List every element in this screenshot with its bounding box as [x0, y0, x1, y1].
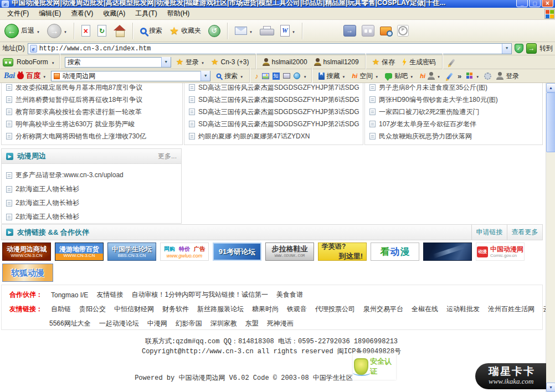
friend-link[interactable]: 全椒在线 [412, 305, 438, 314]
baidu-search-input[interactable]: 动漫周边网 [51, 71, 210, 81]
apply-link-button[interactable]: 申请链接 [471, 225, 507, 240]
friend-link[interactable]: 贵阳公交 [79, 305, 106, 314]
stop-button[interactable] [80, 24, 92, 38]
news-link[interactable]: 107岁老太单身至今欲征百岁老伴 [365, 118, 542, 130]
news-link[interactable]: 教育部要求高校按社会需求进行新一轮改革 [2, 106, 182, 118]
friend-link[interactable]: 代理投票公司 [315, 305, 355, 314]
favorites-button[interactable]: 收藏夹 [168, 23, 203, 38]
scroll-down-button[interactable] [546, 383, 555, 392]
product-link[interactable]: 更多产品请登录:www.cn-3.cn/upload [2, 168, 181, 182]
home-button[interactable] [112, 24, 127, 38]
search-button[interactable]: 搜索 [138, 25, 164, 37]
menu-tools[interactable]: 工具(T) [130, 7, 162, 20]
friend-link[interactable]: 糖果时尚 [252, 305, 279, 314]
view-more-button[interactable]: 查看更多 [507, 225, 542, 240]
banner-mecha-image[interactable] [423, 243, 472, 261]
friend-link[interactable]: 深圳家教 [210, 319, 237, 328]
history-button[interactable] [207, 24, 222, 38]
news-link[interactable]: 男子患病8个月未进食瘦至35公斤(图) [365, 83, 542, 94]
roboform-identity2-button[interactable]: hslmail1209 [312, 57, 361, 67]
music-icon[interactable] [255, 72, 259, 80]
forward-button[interactable] [45, 23, 69, 39]
product-link[interactable]: 2款海盗王人物长袖衫 [2, 182, 181, 196]
dictionary-icon[interactable] [380, 27, 392, 35]
friend-link[interactable]: 泉州交易平台 [363, 305, 403, 314]
partner-link[interactable]: 友情链接 [96, 290, 123, 300]
rising-kaka-watermark[interactable]: 瑞星卡卡 www.ikaka.com [475, 363, 546, 389]
baidu-space-button[interactable]: 空间 [351, 70, 381, 82]
friend-link[interactable]: 一起动漫论坛 [99, 319, 139, 328]
minimize-button[interactable] [516, 0, 528, 7]
banner-ruanhu[interactable]: 软狐动漫 [2, 264, 53, 282]
friend-link[interactable]: 5566网址大全 [49, 319, 91, 328]
menu-view[interactable]: 查看(V) [66, 7, 98, 20]
friend-link[interactable]: 沧州百姓生活网 [488, 305, 535, 314]
baidu-tieba-button[interactable]: 贴吧 [383, 70, 415, 82]
menu-help[interactable]: 帮助(H) [162, 7, 195, 20]
news-link[interactable]: SD高达三国传风云豪杰篇SDGDSGZFYHJP第7话SDG [184, 83, 363, 94]
friend-link[interactable]: 中恒信财经网 [114, 305, 154, 314]
news-link[interactable]: SD高达三国传风云豪杰篇SDGDSGZFYHJP第6话SDG [184, 94, 363, 106]
friend-link[interactable]: 死神漫画 [267, 319, 294, 328]
friend-link[interactable]: 东盟 [245, 319, 259, 328]
roboform-search-dropdown[interactable] [161, 57, 171, 67]
map-icon[interactable] [294, 73, 300, 79]
addon-roboform-icon[interactable] [362, 25, 374, 37]
banner-student-forum[interactable]: 中国学生论坛 BBS.CN-3.CN [107, 243, 156, 261]
scroll-up-button[interactable] [546, 83, 555, 92]
close-button[interactable] [542, 0, 553, 7]
friend-link[interactable]: 中漫网 [147, 319, 167, 328]
roboform-passcard-button[interactable]: Cn-3 (+3) [209, 56, 250, 68]
edit-with-word-button[interactable] [279, 24, 297, 38]
news-link[interactable]: SD高达三国传风云豪杰篇SDGDSGZFYHJP第2话SDG [184, 118, 363, 130]
banner-bulage-shoes[interactable]: 步拉格鞋业 WWW.ODUNK.COM [265, 243, 314, 261]
friend-link[interactable]: 铁观音 [287, 305, 307, 314]
roboform-genpass-button[interactable]: 生成密码 [400, 56, 438, 68]
security-shield-icon[interactable] [515, 44, 523, 53]
partner-link[interactable]: Tongmao I/E [51, 291, 88, 299]
more-link[interactable]: 更多... [158, 152, 177, 161]
friend-link[interactable]: 自助链 [51, 305, 71, 314]
edit-pencil-icon[interactable] [446, 73, 453, 80]
news-link[interactable]: 两张HD90编号假钞套走大学生180元(图) [365, 94, 542, 106]
vertical-scrollbar[interactable] [546, 83, 555, 392]
baidu-search-dropdown[interactable] [201, 71, 210, 81]
menu-favorites[interactable]: 收藏(A) [98, 7, 130, 20]
baidu-bookmark-button[interactable]: 搜藏 [317, 70, 347, 82]
baidu-logo-button[interactable]: Bai 百度 [2, 70, 48, 82]
video-icon[interactable] [283, 73, 290, 79]
menu-edit[interactable]: 编辑(E) [34, 7, 66, 20]
friend-link[interactable]: 新丝路服装论坛 [197, 305, 244, 314]
roboform-menu[interactable]: RoboForm [17, 58, 48, 66]
address-input[interactable]: http://www.cn-3.cn/index.htm [28, 43, 512, 54]
address-dropdown-button[interactable] [502, 44, 511, 54]
banner-dongman-mall[interactable]: 动漫周边商城 WWW.CN-3.CN [2, 243, 51, 261]
partner-link[interactable]: 自动审核！1分钟内即可与我站链接！诚信第一 [131, 290, 268, 300]
addon-go-icon[interactable] [343, 25, 356, 37]
product-link[interactable]: 2款海盗王人物长袖衫 [2, 196, 181, 210]
menu-file[interactable]: 文件(F) [2, 7, 34, 20]
mail-button[interactable] [233, 25, 254, 36]
baidu-apps-button[interactable] [465, 71, 481, 81]
zhidao-icon[interactable] [273, 73, 280, 80]
banner-china-comic[interactable]: 中国动漫网 Comic.gov.cn [476, 243, 525, 261]
roboform-identity1-button[interactable]: hslmail2000 [261, 57, 309, 67]
baidu-search-button[interactable]: 搜索 [214, 70, 245, 82]
image-icon[interactable] [262, 73, 269, 79]
news-link[interactable]: SD高达三国传风云豪杰篇SDGDSGZFYHJP第3话SDG [184, 106, 363, 118]
banner-91kaoyan[interactable]: 91考研论坛 [213, 243, 261, 261]
news-link[interactable]: 分析称两大电网将因销售电价上涨增收730亿 [2, 130, 182, 142]
news-link[interactable]: 一家四口被刀砍2死2重伤险遭灭门 [365, 106, 542, 118]
roboform-search-input[interactable]: 搜索 [65, 57, 171, 68]
print-button[interactable] [258, 25, 275, 37]
baidu-im-button[interactable] [418, 71, 442, 81]
news-link[interactable]: 民众放鞭炮庆祝恶势力团伙落网 [365, 130, 542, 142]
fill-forms-pencil-icon[interactable] [449, 59, 455, 66]
go-button[interactable] [526, 43, 537, 54]
banner-kandongman[interactable]: 看 动 漫 [371, 243, 419, 261]
refresh-button[interactable] [96, 24, 108, 38]
maximize-button[interactable] [529, 0, 541, 7]
overflow-chevron-icon[interactable] [458, 72, 461, 80]
product-link[interactable]: 2款海盗王人物长袖衫 [2, 210, 181, 224]
addon-p-icon[interactable] [397, 25, 409, 37]
